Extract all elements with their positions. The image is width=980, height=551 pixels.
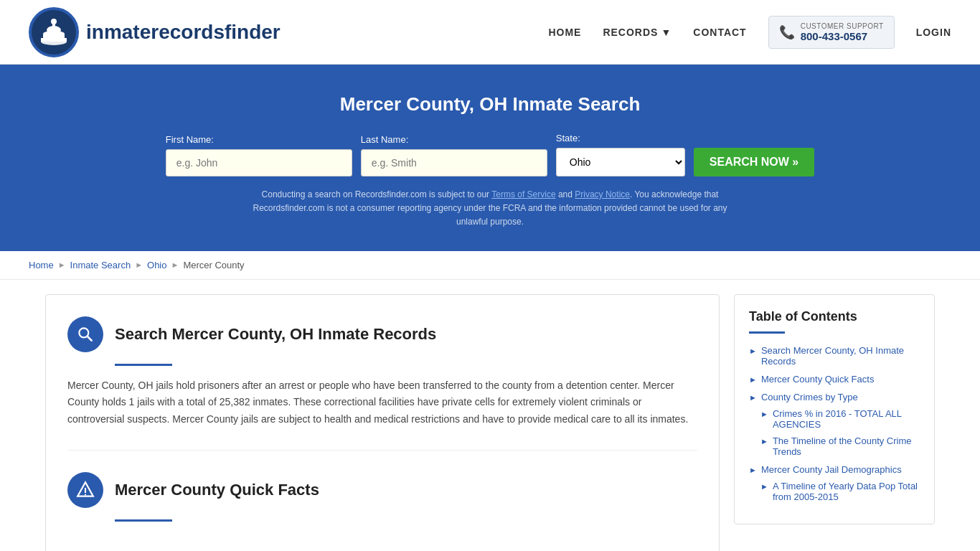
- chevron-icon-4: ►: [749, 466, 757, 474]
- logo-icon: [29, 7, 79, 57]
- toc-box: Table of Contents ► Search Mercer County…: [734, 294, 935, 524]
- toc-sub-item-3-1: ► Crimes % in 2016 - TOTAL ALL AGENCIES: [760, 408, 920, 430]
- search-circle-icon: [67, 316, 103, 352]
- state-select[interactable]: Ohio: [556, 148, 685, 176]
- main-nav: HOME RECORDS ▼ CONTACT 📞 CUSTOMER SUPPOR…: [548, 16, 951, 49]
- svg-point-10: [85, 494, 86, 495]
- logo-text: inmaterecordsfinder: [86, 21, 281, 44]
- toc-sub-item-4-1: ► A Timeline of Yearly Data Pop Total fr…: [760, 481, 920, 502]
- search-button[interactable]: SEARCH NOW »: [694, 148, 814, 176]
- section1-header: Search Mercer County, OH Inmate Records: [67, 316, 697, 352]
- state-group: State: Ohio: [556, 133, 685, 176]
- section1-title: Search Mercer County, OH Inmate Records: [115, 325, 436, 344]
- breadcrumb: Home ► Inmate Search ► Ohio ► Mercer Cou…: [0, 251, 980, 280]
- content-area: Search Mercer County, OH Inmate Records …: [45, 294, 720, 551]
- breadcrumb-sep-3: ►: [171, 260, 179, 269]
- toc-item-2: ► Mercer County Quick Facts: [749, 374, 920, 385]
- toc-list: ► Search Mercer County, OH Inmate Record…: [749, 345, 920, 502]
- toc-title: Table of Contents: [749, 309, 920, 324]
- toc-sub-3: ► Crimes % in 2016 - TOTAL ALL AGENCIES …: [760, 408, 920, 457]
- nav-login[interactable]: LOGIN: [916, 27, 951, 38]
- disclaimer-text: Conducting a search on Recordsfinder.com…: [239, 188, 741, 230]
- state-label: State:: [556, 133, 685, 143]
- hero-section: Mercer County, OH Inmate Search First Na…: [0, 65, 980, 251]
- toc-item-1: ► Search Mercer County, OH Inmate Record…: [749, 345, 920, 367]
- section2-header: Mercer County Quick Facts: [67, 472, 697, 508]
- nav-home[interactable]: HOME: [548, 27, 581, 38]
- last-name-input[interactable]: [361, 149, 547, 176]
- chevron-icon-1: ►: [749, 347, 757, 355]
- toc-link-1[interactable]: ► Search Mercer County, OH Inmate Record…: [749, 345, 920, 367]
- toc-sub-link-3-2[interactable]: ► The Timeline of the County Crime Trend…: [760, 435, 920, 457]
- headset-icon: 📞: [779, 24, 795, 40]
- privacy-link[interactable]: Privacy Notice: [575, 189, 630, 199]
- nav-contact[interactable]: CONTACT: [693, 27, 746, 38]
- toc-item-4: ► Mercer County Jail Demographics ► A Ti…: [749, 464, 920, 502]
- last-name-group: Last Name:: [361, 134, 547, 176]
- first-name-group: First Name:: [166, 134, 352, 176]
- toc-sub-item-3-2: ► The Timeline of the County Crime Trend…: [760, 435, 920, 457]
- breadcrumb-sep-2: ►: [135, 260, 143, 269]
- section1-divider: [115, 364, 172, 366]
- section2-title: Mercer County Quick Facts: [115, 481, 319, 499]
- chevron-icon-2: ►: [749, 375, 757, 384]
- svg-rect-1: [41, 38, 67, 42]
- toc-link-2[interactable]: ► Mercer County Quick Facts: [749, 374, 920, 385]
- toc-sub-4: ► A Timeline of Yearly Data Pop Total fr…: [760, 481, 920, 502]
- nav-records[interactable]: RECORDS ▼: [603, 27, 672, 38]
- section-inmate-records: Search Mercer County, OH Inmate Records …: [67, 316, 697, 451]
- support-box[interactable]: 📞 CUSTOMER SUPPORT 800-433-0567: [768, 16, 895, 49]
- logo-area: inmaterecordsfinder: [29, 7, 281, 57]
- search-form: First Name: Last Name: State: Ohio SEARC…: [167, 133, 813, 176]
- last-name-label: Last Name:: [361, 134, 547, 145]
- section-quick-facts: Mercer County Quick Facts: [67, 472, 697, 551]
- support-label: CUSTOMER SUPPORT: [801, 22, 884, 30]
- toc-sub-link-4-1[interactable]: ► A Timeline of Yearly Data Pop Total fr…: [760, 481, 920, 502]
- svg-point-6: [51, 19, 57, 24]
- breadcrumb-ohio[interactable]: Ohio: [147, 260, 166, 270]
- breadcrumb-home[interactable]: Home: [29, 260, 54, 270]
- hero-title: Mercer County, OH Inmate Search: [14, 93, 966, 116]
- chevron-sub-icon-4-1: ►: [760, 482, 768, 491]
- chevron-sub-icon-3-1: ►: [760, 410, 768, 418]
- section1-text: Mercer County, OH jails hold prisoners a…: [67, 377, 697, 428]
- sidebar: Table of Contents ► Search Mercer County…: [734, 294, 935, 551]
- breadcrumb-sep-1: ►: [58, 260, 66, 269]
- first-name-label: First Name:: [166, 134, 352, 145]
- tos-link[interactable]: Terms of Service: [491, 189, 555, 199]
- support-phone: 800-433-0567: [801, 30, 884, 42]
- toc-link-3[interactable]: ► County Crimes by Type: [749, 392, 920, 402]
- main-content: Search Mercer County, OH Inmate Records …: [31, 294, 949, 551]
- breadcrumb-inmate-search[interactable]: Inmate Search: [70, 260, 131, 270]
- toc-divider: [749, 331, 785, 334]
- alert-circle-icon: [67, 472, 103, 508]
- svg-line-8: [88, 336, 92, 340]
- support-info: CUSTOMER SUPPORT 800-433-0567: [801, 22, 884, 42]
- chevron-icon-3: ►: [749, 393, 757, 402]
- toc-link-4[interactable]: ► Mercer County Jail Demographics: [749, 464, 920, 475]
- toc-item-3: ► County Crimes by Type ► Crimes % in 20…: [749, 392, 920, 457]
- chevron-sub-icon-3-2: ►: [760, 437, 768, 446]
- toc-sub-link-3-1[interactable]: ► Crimes % in 2016 - TOTAL ALL AGENCIES: [760, 408, 920, 430]
- chevron-down-icon: ▼: [661, 27, 672, 38]
- site-header: inmaterecordsfinder HOME RECORDS ▼ CONTA…: [0, 0, 980, 65]
- section2-divider: [115, 519, 172, 522]
- breadcrumb-current: Mercer County: [183, 260, 244, 270]
- first-name-input[interactable]: [166, 149, 352, 176]
